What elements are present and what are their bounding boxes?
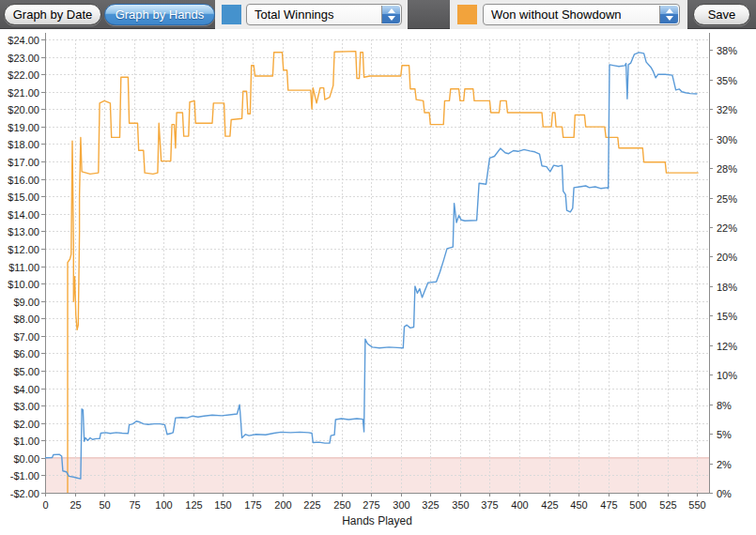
- svg-text:$18.00: $18.00: [8, 139, 39, 150]
- svg-text:400: 400: [511, 499, 528, 511]
- toolbar: Graph by Date Graph by Hands Total Winni…: [0, 0, 756, 29]
- svg-text:$17.00: $17.00: [8, 157, 39, 168]
- svg-text:275: 275: [363, 499, 379, 511]
- save-button[interactable]: Save: [693, 4, 750, 25]
- svg-text:$14.00: $14.00: [8, 209, 39, 221]
- svg-text:38%: 38%: [717, 45, 737, 56]
- svg-text:300: 300: [393, 499, 409, 511]
- svg-text:0%: 0%: [717, 488, 732, 499]
- svg-text:$4.00: $4.00: [13, 384, 39, 395]
- graph-by-date-button[interactable]: Graph by Date: [4, 4, 101, 25]
- svg-text:50: 50: [99, 499, 110, 511]
- arrow-up-icon: [666, 8, 673, 13]
- svg-text:425: 425: [541, 499, 558, 511]
- svg-text:$6.00: $6.00: [13, 348, 39, 359]
- svg-text:10%: 10%: [717, 370, 737, 381]
- svg-text:0: 0: [42, 499, 48, 511]
- svg-text:$24.00: $24.00: [8, 35, 39, 46]
- svg-text:325: 325: [422, 499, 439, 511]
- svg-text:$2.00: $2.00: [13, 419, 39, 430]
- svg-text:$0.00: $0.00: [13, 453, 39, 465]
- svg-text:28%: 28%: [717, 163, 737, 175]
- svg-text:75: 75: [129, 499, 140, 511]
- svg-text:250: 250: [333, 499, 350, 511]
- series1-color-swatch: [222, 5, 241, 24]
- series2-selected-value: Won without Showdown: [491, 8, 679, 22]
- stepper-icon[interactable]: [659, 6, 678, 23]
- svg-text:$16.00: $16.00: [8, 175, 39, 186]
- series2-combo-panel: Won without Showdown: [450, 0, 687, 29]
- svg-text:$9.00: $9.00: [13, 297, 39, 308]
- svg-text:18%: 18%: [717, 282, 737, 293]
- series1-combo-panel: Total Winnings: [215, 0, 408, 29]
- svg-text:$15.00: $15.00: [8, 191, 39, 203]
- svg-text:175: 175: [244, 499, 261, 511]
- svg-text:2%: 2%: [717, 459, 732, 470]
- stepper-icon[interactable]: [381, 6, 400, 23]
- svg-text:$8.00: $8.00: [13, 313, 39, 325]
- svg-text:$10.00: $10.00: [8, 279, 39, 290]
- svg-text:20%: 20%: [717, 252, 737, 263]
- svg-text:$3.00: $3.00: [13, 401, 39, 412]
- graph-by-hands-button[interactable]: Graph by Hands: [104, 4, 215, 25]
- svg-text:$21.00: $21.00: [8, 87, 39, 99]
- svg-text:30%: 30%: [717, 134, 737, 145]
- poker-graph-window: { "toolbar": { "graph_by_date": "Graph b…: [0, 0, 756, 535]
- svg-text:$7.00: $7.00: [13, 331, 39, 343]
- svg-text:125: 125: [185, 499, 202, 511]
- svg-text:150: 150: [214, 499, 231, 511]
- svg-text:22%: 22%: [717, 222, 737, 234]
- series1-selected-value: Total Winnings: [255, 8, 401, 22]
- series1-select[interactable]: Total Winnings: [246, 4, 402, 25]
- svg-text:500: 500: [629, 499, 646, 511]
- arrow-down-icon: [388, 16, 395, 21]
- arrow-down-icon: [666, 16, 673, 21]
- winnings-graph: $24.00$23.00$22.00$21.00$20.00$19.00$18.…: [0, 29, 756, 535]
- svg-text:15%: 15%: [717, 311, 737, 322]
- svg-text:350: 350: [452, 499, 469, 511]
- svg-text:$1.00: $1.00: [13, 436, 39, 447]
- svg-text:375: 375: [481, 499, 498, 511]
- svg-text:450: 450: [570, 499, 587, 511]
- svg-text:100: 100: [155, 499, 172, 511]
- svg-text:$11.00: $11.00: [8, 262, 39, 273]
- series2-select[interactable]: Won without Showdown: [483, 4, 680, 25]
- svg-text:25: 25: [69, 499, 81, 511]
- svg-text:225: 225: [303, 499, 320, 511]
- svg-text:5%: 5%: [717, 429, 732, 440]
- svg-text:32%: 32%: [717, 104, 737, 115]
- svg-text:-$1.00: -$1.00: [10, 470, 39, 482]
- svg-text:$12.00: $12.00: [8, 244, 39, 255]
- svg-text:12%: 12%: [717, 341, 737, 352]
- svg-text:25%: 25%: [717, 193, 737, 205]
- svg-text:8%: 8%: [717, 400, 732, 411]
- svg-text:$23.00: $23.00: [8, 53, 39, 64]
- svg-text:550: 550: [688, 499, 705, 511]
- arrow-up-icon: [388, 8, 395, 13]
- svg-text:$19.00: $19.00: [8, 122, 39, 133]
- svg-text:$20.00: $20.00: [8, 104, 39, 115]
- svg-text:200: 200: [274, 499, 291, 511]
- svg-text:$22.00: $22.00: [8, 69, 39, 81]
- svg-text:475: 475: [600, 499, 617, 511]
- series2-color-swatch: [457, 5, 477, 24]
- svg-text:Hands Played: Hands Played: [342, 514, 412, 527]
- svg-text:-$2.00: -$2.00: [10, 488, 39, 499]
- svg-text:$13.00: $13.00: [8, 226, 39, 237]
- svg-text:525: 525: [659, 499, 676, 511]
- svg-text:$5.00: $5.00: [13, 366, 39, 377]
- svg-text:35%: 35%: [717, 75, 737, 86]
